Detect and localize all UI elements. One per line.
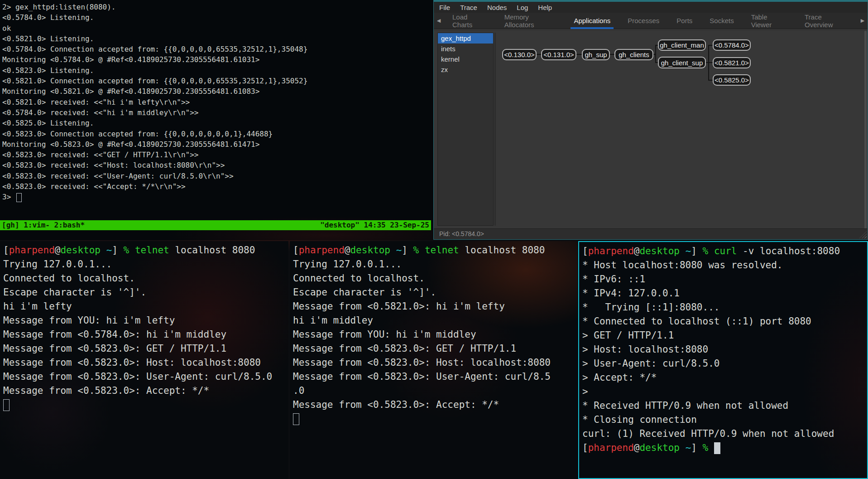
tab-processes[interactable]: Processes xyxy=(619,13,668,29)
app-item-gex_httpd[interactable]: gex_httpd xyxy=(438,33,493,44)
telnet-middley-terminal[interactable]: [pharpend@desktop ~] % telnet localhost … xyxy=(290,241,578,479)
terminal-text: .0 xyxy=(293,385,304,396)
terminal-line: Message from <0.5823.0>: User-Agent: cur… xyxy=(3,370,288,384)
process-node-0.5825.0[interactable]: <0.5825.0> xyxy=(713,74,751,86)
app-item-kernel[interactable]: kernel xyxy=(438,54,493,64)
terminal-line: Message from <0.5823.0>: Host: localhost… xyxy=(3,356,288,370)
terminal-text: <0.5823.0> received: <<"Host: localhost:… xyxy=(2,161,225,169)
terminal-text: <0.5821.0> Connection accepted from: {{0… xyxy=(2,77,307,85)
terminal-text: ~ xyxy=(106,245,112,256)
erlang-shell-terminal[interactable]: 2> gex_httpd:listen(8080).<0.5784.0> Lis… xyxy=(0,0,433,240)
terminal-text: Trying 127.0.0.1... xyxy=(293,259,402,270)
terminal-text: [ xyxy=(582,246,588,256)
terminal-text: > Accept: */* xyxy=(582,372,657,383)
menu-help[interactable]: Help xyxy=(538,4,552,11)
terminal-text: <0.5821.0> Listening. xyxy=(2,34,94,43)
process-node-0.130.0[interactable]: <0.130.0> xyxy=(502,49,537,60)
tab-load-charts[interactable]: Load Charts xyxy=(444,13,496,29)
menu-trace[interactable]: Trace xyxy=(460,4,477,11)
resize-grip[interactable] xyxy=(859,231,867,238)
curl-terminal-focused[interactable]: [pharpend@desktop ~] % curl -v localhost… xyxy=(578,241,868,479)
terminal-text: @ xyxy=(634,442,640,453)
tmux-host-clock: "desktop" 14:35 23-Sep-25 xyxy=(320,220,429,230)
terminal-text: desktop xyxy=(350,245,390,256)
process-node-0.131.0[interactable]: <0.131.0> xyxy=(541,49,576,60)
process-node-0.5821.0[interactable]: <0.5821.0> xyxy=(713,57,751,68)
terminal-line: Monitoring <0.5784.0> @ #Ref<0.418902573… xyxy=(2,54,433,65)
terminal-line: <0.5821.0> Listening. xyxy=(2,34,433,44)
terminal-text: * Connected to localhost (::1) port 8080 xyxy=(582,316,811,327)
terminal-text: Trying 127.0.0.1... xyxy=(3,259,112,270)
terminal-text: Message from <0.5784.0>: hi i'm middley xyxy=(3,329,226,340)
terminal-text: hi i'm lefty xyxy=(3,301,72,312)
tmux-session-windows[interactable]: [gh] 1:vim- 2:bash* xyxy=(2,220,85,230)
terminal-text: Monitoring <0.5823.0> @ #Ref<0.418902573… xyxy=(2,140,259,149)
terminal-line: Message from <0.5823.0>: GET / HTTP/1.1 xyxy=(3,342,288,356)
terminal-text: [ xyxy=(293,245,299,256)
process-node-gh_client_sup[interactable]: gh_client_sup xyxy=(658,57,706,68)
terminal-line: <0.5823.0> Connection accepted from: {{0… xyxy=(2,129,433,139)
terminal-text: curl: (1) Received HTTP/0.9 when not all… xyxy=(582,428,834,439)
terminal-text: <0.5821.0> received: <<"hi i'm lefty\r\n… xyxy=(2,98,190,106)
menu-file[interactable]: File xyxy=(439,4,450,11)
terminal-text: Message from <0.5823.0>: User-Agent: cur… xyxy=(3,371,272,382)
process-node-gh_client_man[interactable]: gh_client_man xyxy=(658,39,706,51)
terminal-text: ] xyxy=(691,442,702,453)
terminal-line: Monitoring <0.5821.0> @ #Ref<0.418902573… xyxy=(2,86,433,97)
process-node-gh_sup[interactable]: gh_sup xyxy=(582,49,610,60)
terminal-text: * Trying [::1]:8080... xyxy=(582,302,719,313)
menu-nodes[interactable]: Nodes xyxy=(487,4,507,11)
process-node-0.5784.0[interactable]: <0.5784.0> xyxy=(713,39,751,51)
terminal-line: <0.5825.0> Listening. xyxy=(2,118,433,128)
terminal-text: Message from YOU: hi i'm middley xyxy=(293,329,476,340)
terminal-line: <0.5823.0> received: <<"User-Agent: curl… xyxy=(2,171,433,181)
tab-scroll-left-icon[interactable]: ◀ xyxy=(434,18,444,24)
terminal-text: % xyxy=(124,245,135,256)
telnet-lefty-terminal[interactable]: [pharpend@desktop ~] % telnet localhost … xyxy=(0,241,288,479)
terminal-text: * Host localhost:8080 was resolved. xyxy=(582,260,783,271)
terminal-text: Message from <0.5823.0>: Host: localhost… xyxy=(293,357,551,368)
tab-ports[interactable]: Ports xyxy=(668,13,701,29)
applications-tab-content: gex_httpdinetskernelzx <0.130.0><0.131.0… xyxy=(434,31,868,228)
observer-tabs: Load ChartsMemory AllocatorsApplications… xyxy=(444,13,858,29)
process-node-gh_clients[interactable]: gh_clients xyxy=(614,49,653,60)
terminal-text: -v localhost:8080 xyxy=(737,246,840,256)
tab-table-viewer[interactable]: Table Viewer xyxy=(743,13,796,29)
terminal-line: <0.5784.0> Connection accepted from: {{0… xyxy=(2,44,433,54)
terminal-text: Connected to localhost. xyxy=(293,273,425,284)
graph-scrollbar[interactable] xyxy=(864,31,867,230)
tab-applications[interactable]: Applications xyxy=(565,13,619,29)
tab-sockets[interactable]: Sockets xyxy=(701,13,742,29)
terminal-text: ] xyxy=(112,245,123,256)
tab-memory-allocators[interactable]: Memory Allocators xyxy=(496,13,566,29)
terminal-text: desktop xyxy=(60,245,101,256)
app-item-zx[interactable]: zx xyxy=(438,64,493,75)
terminal-text: @ xyxy=(345,245,350,256)
terminal-line: * IPv6: ::1 xyxy=(582,272,867,286)
terminal-text: ~ xyxy=(686,442,691,453)
tab-scroll-right-icon[interactable]: ▶ xyxy=(858,18,868,24)
tab-trace-overview[interactable]: Trace Overview xyxy=(796,13,858,29)
terminal-text: telnet xyxy=(425,245,459,256)
terminal-text: Monitoring <0.5821.0> @ #Ref<0.418902573… xyxy=(2,87,259,96)
terminal-line: Message from <0.5821.0>: hi i'm lefty xyxy=(293,300,578,314)
terminal-line: Message from <0.5823.0>: User-Agent: cur… xyxy=(293,370,578,384)
terminal-line: 2> gex_httpd:listen(8080). xyxy=(2,2,433,12)
terminal-line: Escape character is '^]'. xyxy=(3,285,288,300)
terminal-text: <0.5823.0> received: <<"User-Agent: curl… xyxy=(2,172,234,180)
terminal-text: Message from <0.5823.0>: GET / HTTP/1.1 xyxy=(3,343,226,354)
terminal-line: [pharpend@desktop ~] % telnet localhost … xyxy=(3,243,288,257)
terminal-cursor xyxy=(714,442,720,454)
terminal-text: % xyxy=(703,442,714,453)
terminal-text: Monitoring <0.5784.0> @ #Ref<0.418902573… xyxy=(2,55,259,64)
terminal-text: > GET / HTTP/1.1 xyxy=(582,330,674,341)
terminal-line: Message from <0.5823.0>: Accept: */* xyxy=(3,384,288,398)
terminal-text: localhost 8080 xyxy=(169,245,255,256)
app-item-inets[interactable]: inets xyxy=(438,44,493,54)
terminal-line xyxy=(293,412,578,426)
graph-edge xyxy=(708,62,713,63)
terminal-text: desktop xyxy=(639,442,680,453)
tmux-status-bar: [gh] 1:vim- 2:bash* "desktop" 14:35 23-S… xyxy=(0,220,431,230)
menu-log[interactable]: Log xyxy=(517,4,528,11)
terminal-text: Message from <0.5823.0>: Host: localhost… xyxy=(3,357,261,368)
